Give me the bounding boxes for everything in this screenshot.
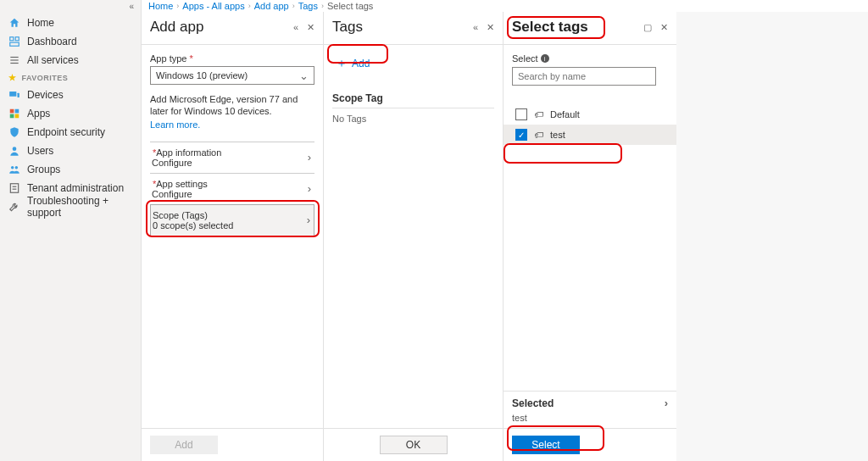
sidebar: « Home Dashboard All services ★ FAVORITE… xyxy=(0,0,142,461)
sidebar-item-label: Tenant administration xyxy=(27,182,124,194)
sidebar-item-devices[interactable]: Devices xyxy=(0,86,141,104)
dashboard-icon xyxy=(8,36,20,47)
search-input[interactable] xyxy=(512,67,656,86)
close-icon[interactable]: ✕ xyxy=(660,22,668,33)
svg-rect-11 xyxy=(15,114,19,119)
tag-icon: 🏷 xyxy=(534,130,543,140)
devices-icon xyxy=(8,89,20,101)
no-tags-text: No Tags xyxy=(332,108,494,124)
star-icon: ★ xyxy=(8,73,17,82)
chevron-right-icon: › xyxy=(248,2,251,10)
sidebar-item-label: All services xyxy=(27,54,79,66)
sidebar-item-label: Home xyxy=(27,17,54,29)
sidebar-item-label: Dashboard xyxy=(27,36,77,47)
sidebar-item-label: Groups xyxy=(27,164,60,175)
sidebar-item-groups[interactable]: Groups xyxy=(0,160,141,179)
blade-select-tags: Select tags ▢ ✕ Select i xyxy=(504,12,676,461)
sidebar-item-home[interactable]: Home xyxy=(0,14,141,32)
svg-rect-6 xyxy=(9,92,16,97)
chevron-right-icon: › xyxy=(292,2,295,10)
close-icon[interactable]: ✕ xyxy=(307,22,314,33)
blade-container: Add app « ✕ App type * Windows 10 (previ… xyxy=(142,12,868,461)
group-icon xyxy=(8,164,20,175)
checkbox-checked[interactable]: ✓ xyxy=(515,129,527,141)
chevron-right-icon: › xyxy=(308,182,311,195)
breadcrumb-link[interactable]: Apps - All apps xyxy=(182,1,244,11)
selected-value: test xyxy=(512,413,668,423)
sidebar-item-label: Users xyxy=(27,145,53,157)
breadcrumb-link[interactable]: Home xyxy=(148,1,173,11)
svg-point-13 xyxy=(11,166,14,169)
maximize-icon[interactable]: ▢ xyxy=(643,22,652,33)
sidebar-item-label: Apps xyxy=(27,108,50,119)
tag-row-test[interactable]: ✓ 🏷 test xyxy=(504,125,676,145)
ok-button[interactable]: OK xyxy=(380,436,448,454)
svg-rect-9 xyxy=(15,109,19,114)
scope-tag-header: Scope Tag xyxy=(332,92,494,108)
blade-title: Add app xyxy=(150,19,203,36)
svg-rect-10 xyxy=(10,114,14,119)
sidebar-item-dashboard[interactable]: Dashboard xyxy=(0,32,141,51)
selected-label: Selected xyxy=(512,397,554,409)
list-icon xyxy=(8,54,20,66)
chevron-down-icon: ⌄ xyxy=(299,69,309,82)
chevron-right-icon: › xyxy=(308,151,311,164)
blade-add-app: Add app « ✕ App type * Windows 10 (previ… xyxy=(142,12,324,461)
content-area: Home› Apps - All apps› Add app› Tags› Se… xyxy=(142,0,868,461)
svg-rect-1 xyxy=(15,37,19,41)
app-type-info: Add Microsoft Edge, version 77 and later… xyxy=(150,93,314,118)
svg-rect-15 xyxy=(10,184,18,193)
tag-row-default[interactable]: 🏷 Default xyxy=(512,104,668,125)
app-type-label: App type * xyxy=(150,53,314,64)
sidebar-item-all-services[interactable]: All services xyxy=(0,51,141,69)
blade-title: Tags xyxy=(332,19,363,36)
chevron-right-icon[interactable]: › xyxy=(665,397,668,409)
tenant-icon xyxy=(8,182,20,194)
home-icon xyxy=(8,17,20,29)
sidebar-item-users[interactable]: Users xyxy=(0,142,141,160)
blade-tags: Tags « ✕ ＋ Add Scope Tag No Tags xyxy=(324,12,504,461)
add-tag-link[interactable]: ＋ Add xyxy=(332,53,494,74)
select-label: Select i xyxy=(512,53,668,64)
section-app-settings[interactable]: *App settings Configure › xyxy=(150,173,314,204)
app-type-dropdown[interactable]: Windows 10 (preview) ⌄ xyxy=(150,66,314,85)
chevron-right-icon: › xyxy=(307,214,310,226)
chevron-right-icon: › xyxy=(321,2,324,10)
tag-icon: 🏷 xyxy=(534,109,543,119)
empty-area xyxy=(676,12,868,461)
checkbox[interactable] xyxy=(515,108,527,120)
close-icon[interactable]: ✕ xyxy=(487,22,494,33)
svg-rect-7 xyxy=(18,93,19,97)
selected-section: Selected › test xyxy=(504,391,676,428)
svg-rect-0 xyxy=(10,37,14,41)
apps-icon xyxy=(8,108,20,119)
learn-more-link[interactable]: Learn more. xyxy=(150,119,314,130)
user-icon xyxy=(8,145,20,157)
favorites-header: ★ FAVORITES xyxy=(0,69,141,86)
section-scope-tags[interactable]: Scope (Tags) 0 scope(s) selected › xyxy=(150,204,314,236)
breadcrumb: Home› Apps - All apps› Add app› Tags› Se… xyxy=(142,0,868,12)
sidebar-item-apps[interactable]: Apps xyxy=(0,104,141,123)
svg-rect-8 xyxy=(10,109,14,114)
breadcrumb-link[interactable]: Add app xyxy=(254,1,289,11)
svg-point-14 xyxy=(15,166,18,169)
sidebar-item-endpoint-security[interactable]: Endpoint security xyxy=(0,123,141,142)
select-button[interactable]: Select xyxy=(512,436,580,454)
add-button[interactable]: Add xyxy=(150,436,218,454)
sidebar-item-label: Troubleshooting + support xyxy=(27,195,141,219)
svg-point-12 xyxy=(13,147,17,151)
plus-icon: ＋ xyxy=(336,56,348,71)
chevron-right-icon: › xyxy=(176,2,179,10)
blade-collapse[interactable]: « xyxy=(293,22,298,33)
sidebar-collapse[interactable]: « xyxy=(0,2,141,14)
sidebar-item-troubleshoot[interactable]: Troubleshooting + support xyxy=(0,197,141,216)
shield-icon xyxy=(8,126,20,138)
breadcrumb-current: Select tags xyxy=(327,1,373,11)
section-app-information[interactable]: *App information Configure › xyxy=(150,142,314,173)
blade-title: Select tags xyxy=(512,19,588,36)
wrench-icon xyxy=(8,201,20,213)
breadcrumb-link[interactable]: Tags xyxy=(298,1,318,11)
blade-collapse[interactable]: « xyxy=(473,22,478,33)
sidebar-item-label: Endpoint security xyxy=(27,126,105,138)
info-icon[interactable]: i xyxy=(541,54,549,63)
